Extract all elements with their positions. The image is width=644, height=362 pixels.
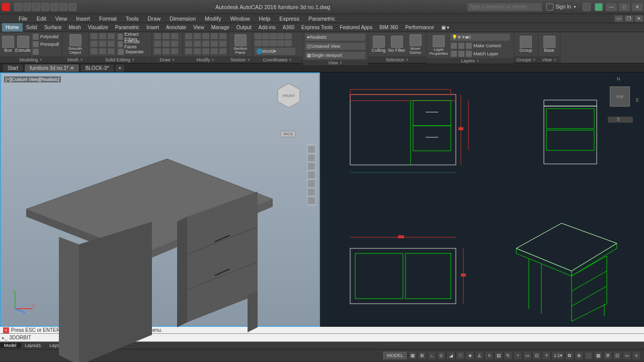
nav-orbit-icon[interactable]: [308, 171, 315, 178]
menu-view[interactable]: View: [51, 16, 72, 22]
nav-etc-icon[interactable]: [308, 189, 315, 196]
menu-express[interactable]: Express: [275, 16, 304, 22]
tab-express[interactable]: Express Tools: [298, 23, 336, 32]
nav-wheel-icon[interactable]: [308, 146, 315, 153]
status-qs-icon[interactable]: ▦: [594, 351, 603, 360]
layer-properties-button[interactable]: Layer Properties: [429, 34, 449, 56]
menu-file[interactable]: File: [14, 16, 32, 22]
ucs-dropdown[interactable]: 🌐 World ▾: [255, 47, 296, 55]
nav-showmotion-icon[interactable]: [308, 180, 315, 187]
separate-button[interactable]: Separate: [117, 48, 149, 55]
nav-pan-icon[interactable]: [308, 154, 315, 161]
panel-modify-label[interactable]: Modify: [183, 56, 228, 63]
status-osnap-icon[interactable]: □: [456, 351, 465, 360]
extrude-button[interactable]: Extrude: [15, 33, 31, 55]
status-model[interactable]: MODEL: [382, 351, 408, 360]
file-tab-start[interactable]: Start: [2, 64, 24, 72]
tab-mesh[interactable]: Mesh: [65, 23, 84, 32]
status-dyn-icon[interactable]: +: [513, 351, 522, 360]
status-lwt-icon[interactable]: ≡: [485, 351, 494, 360]
tab-performance[interactable]: Performance: [401, 23, 437, 32]
section-plane-button[interactable]: Section Plane: [230, 33, 250, 55]
panel-view2-label[interactable]: View: [538, 56, 560, 63]
qat-plot-icon[interactable]: [50, 3, 58, 11]
layer-dropdown[interactable]: 💡❄☀■ 0: [450, 33, 510, 41]
extrude-faces-button[interactable]: Extrude Faces: [117, 41, 149, 48]
menu-dimension[interactable]: Dimension: [165, 16, 200, 22]
file-tab-1[interactable]: furniture 3d no.1* ✕: [24, 64, 79, 72]
presspull-button[interactable]: Presspull: [32, 41, 60, 48]
menu-format[interactable]: Format: [95, 16, 121, 22]
group-button[interactable]: Group: [516, 33, 535, 55]
revolve-button[interactable]: [32, 48, 60, 55]
status-qp-icon[interactable]: ▭: [523, 351, 532, 360]
status-cycle-icon[interactable]: ↻: [504, 351, 513, 360]
tab-home[interactable]: Home: [2, 23, 23, 32]
tab-output[interactable]: Output: [233, 23, 255, 32]
file-tab-2[interactable]: BLOCK-3*: [80, 64, 115, 72]
culling-button[interactable]: Culling: [370, 33, 387, 55]
help-icon[interactable]: [595, 3, 603, 11]
status-custom-icon[interactable]: ≡: [632, 351, 641, 360]
tab-solid[interactable]: Solid: [23, 23, 41, 32]
box-button[interactable]: Box: [2, 33, 14, 55]
viewcube[interactable]: FRONT: [274, 80, 304, 111]
status-snap-icon[interactable]: ⊞: [418, 351, 427, 360]
status-trans-icon[interactable]: ▤: [494, 351, 503, 360]
panel-selection-label[interactable]: Selection: [368, 56, 426, 63]
tab-manage[interactable]: Manage: [208, 23, 233, 32]
qat-new-icon[interactable]: [14, 3, 22, 11]
panel-view-label[interactable]: View: [303, 60, 368, 65]
viewport-left[interactable]: [+][Custom View][Realistic] FRONT: [0, 72, 320, 327]
qat-undo-icon[interactable]: [59, 3, 67, 11]
status-sc-icon[interactable]: ⊡: [532, 351, 541, 360]
qat-save-icon[interactable]: [32, 3, 40, 11]
signin-button[interactable]: Sign In ▼: [542, 4, 581, 11]
tab-view[interactable]: View: [190, 23, 208, 32]
status-clean-icon[interactable]: ▭: [622, 351, 631, 360]
status-3dosnap-icon[interactable]: ◈: [465, 351, 474, 360]
status-polar-icon[interactable]: ⊙: [437, 351, 446, 360]
status-am-icon[interactable]: ⊕: [575, 351, 584, 360]
new-tab-button[interactable]: +: [115, 64, 125, 72]
menu-insert[interactable]: Insert: [71, 16, 95, 22]
panel-modeling-label[interactable]: Modeling: [0, 56, 62, 63]
menu-draw[interactable]: Draw: [143, 16, 165, 22]
tab-parametric[interactable]: Parametric: [112, 23, 143, 32]
panel-section-label[interactable]: Section: [228, 56, 252, 63]
search-input[interactable]: [467, 3, 542, 12]
tab-visualize[interactable]: Visualize: [85, 23, 112, 32]
qat-redo-icon[interactable]: [68, 3, 76, 11]
viewport-dropdown[interactable]: ▦ Single viewport: [305, 51, 366, 59]
menu-help[interactable]: Help: [255, 16, 275, 22]
menu-modify[interactable]: Modify: [200, 16, 225, 22]
status-scale[interactable]: 1:1 ▾: [551, 351, 565, 360]
no-filter-button[interactable]: No Filter: [388, 33, 406, 55]
menu-parametric[interactable]: Parametric: [304, 16, 340, 22]
panel-coordinates-label[interactable]: Coordinates: [253, 56, 302, 63]
panel-solid-editing-label[interactable]: Solid Editing: [89, 56, 151, 63]
panel-mesh-label[interactable]: Mesh: [62, 56, 88, 63]
polysolid-button[interactable]: Polysolid: [32, 33, 60, 40]
qat-saveas-icon[interactable]: [41, 3, 49, 11]
status-units-icon[interactable]: ⬚: [584, 351, 593, 360]
status-grid-icon[interactable]: ▦: [408, 351, 417, 360]
tab-featured[interactable]: Featured Apps: [336, 23, 376, 32]
status-anno-icon[interactable]: 🞡: [542, 351, 551, 360]
doc-minimize[interactable]: —: [614, 15, 623, 22]
viewcube-right[interactable]: N E S TOP: [601, 76, 640, 126]
panel-draw-label[interactable]: Draw: [152, 56, 183, 63]
nav-zoom-icon[interactable]: [308, 163, 315, 170]
nav-etc2-icon[interactable]: [308, 197, 315, 204]
minimize-button[interactable]: —: [605, 3, 617, 12]
status-hw-icon[interactable]: ⚙: [603, 351, 612, 360]
gizmo-button[interactable]: Move Gizmo: [407, 33, 424, 55]
close-button[interactable]: ✕: [631, 3, 643, 12]
status-iso-icon[interactable]: ◢: [446, 351, 455, 360]
make-current-button[interactable]: Make Current: [450, 42, 510, 49]
tab-insert[interactable]: Insert: [143, 23, 163, 32]
line-icon[interactable]: [154, 33, 161, 39]
ribbon-toggle-icon[interactable]: ▣ ▾: [438, 23, 453, 32]
viewport-right[interactable]: N E S TOP: [320, 72, 644, 327]
base-button[interactable]: Base: [540, 33, 558, 55]
